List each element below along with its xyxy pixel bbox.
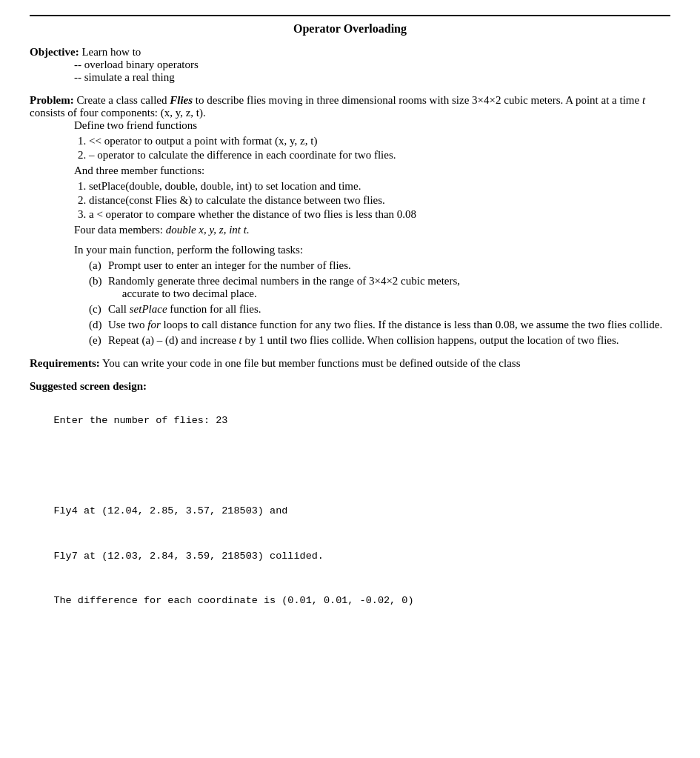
task-d-text: Use two for loops to call distance funct… bbox=[108, 319, 662, 331]
suggested-label-text: Suggested screen design: bbox=[30, 380, 147, 392]
problem-rest1: to describe flies moving in three dimens… bbox=[193, 94, 642, 106]
objective-items: -- overload binary operators -- simulate… bbox=[74, 59, 670, 84]
objective-line: Objective: Learn how to bbox=[30, 46, 670, 59]
member-functions-list: setPlace(double, double, double, int) to… bbox=[89, 180, 670, 221]
problem-classname: Flies bbox=[170, 94, 193, 106]
define-friend-functions: Define two friend functions bbox=[74, 119, 670, 132]
objective-intro: Learn how to bbox=[79, 46, 141, 58]
main-function-section: In your main function, perform the follo… bbox=[74, 244, 670, 347]
requirements-line: Requirements: You can write your code in… bbox=[30, 357, 670, 370]
friend-function-1: << operator to output a point with forma… bbox=[89, 135, 670, 147]
problem-intro: Create a class called bbox=[74, 94, 170, 106]
main-function-intro: In your main function, perform the follo… bbox=[74, 244, 670, 256]
task-e-text: Repeat (a) – (d) and increase t by 1 unt… bbox=[108, 334, 619, 347]
problem-tvar: t bbox=[642, 94, 645, 106]
problem-indent: Define two friend functions << operator … bbox=[74, 119, 670, 236]
problem-label: Problem: bbox=[30, 94, 74, 106]
code-line-4: Fly7 at (12.03, 2.84, 3.59, 218503) coll… bbox=[53, 551, 324, 562]
task-c: (c) Call setPlace function for all flies… bbox=[89, 303, 670, 316]
code-block: Enter the number of flies: 23 Fly4 at (1… bbox=[30, 399, 670, 624]
task-b-label: (b) bbox=[89, 275, 104, 300]
task-e: (e) Repeat (a) – (d) and increase t by 1… bbox=[89, 334, 670, 347]
objective-label: Objective: bbox=[30, 46, 79, 58]
requirements-label: Requirements: bbox=[30, 357, 100, 369]
problem-section: Problem: Create a class called Flies to … bbox=[30, 94, 670, 347]
code-line-3: Fly4 at (12.04, 2.85, 3.57, 218503) and bbox=[53, 505, 287, 516]
task-c-text: Call setPlace function for all flies. bbox=[108, 303, 261, 316]
task-c-italic: setPlace bbox=[130, 303, 167, 315]
objective-item-2: -- simulate a real thing bbox=[74, 71, 670, 84]
requirements-text: You can write your code in one file but … bbox=[100, 357, 521, 369]
suggested-label: Suggested screen design: bbox=[30, 380, 670, 393]
and-three-member: And three member functions: bbox=[74, 164, 670, 177]
task-d-label: (d) bbox=[89, 319, 104, 331]
problem-rest2: consists of four components: (x, y, z, t… bbox=[30, 107, 206, 119]
code-line-1: Enter the number of flies: 23 bbox=[53, 415, 227, 426]
requirements-section: Requirements: You can write your code in… bbox=[30, 357, 670, 370]
task-c-label: (c) bbox=[89, 303, 104, 316]
objective-item-1: -- overload binary operators bbox=[74, 59, 670, 71]
task-b-text: Randomly generate three decimal numbers … bbox=[108, 275, 460, 300]
task-d: (d) Use two for loops to call distance f… bbox=[89, 319, 670, 331]
data-members-line: Four data members: double x, y, z, int t… bbox=[74, 224, 670, 236]
page-title: Operator Overloading bbox=[30, 22, 670, 36]
task-e-label: (e) bbox=[89, 334, 104, 347]
member-function-2: distance(const Flies &) to calculate the… bbox=[89, 194, 670, 207]
task-d-italic: for bbox=[147, 319, 161, 330]
problem-first-line: Problem: Create a class called Flies to … bbox=[30, 94, 670, 119]
data-members-label: Four data members: bbox=[74, 224, 166, 236]
code-line-5: The difference for each coordinate is (0… bbox=[53, 595, 413, 606]
objective-section: Objective: Learn how to -- overload bina… bbox=[30, 46, 670, 84]
code-line-2 bbox=[53, 460, 59, 471]
friend-functions-list: << operator to output a point with forma… bbox=[89, 135, 670, 162]
task-b: (b) Randomly generate three decimal numb… bbox=[89, 275, 670, 300]
task-list: (a) Prompt user to enter an integer for … bbox=[89, 259, 670, 347]
task-a-text: Prompt user to enter an integer for the … bbox=[108, 259, 351, 272]
member-function-3: a < operator to compare whether the dist… bbox=[89, 208, 670, 221]
suggested-section: Suggested screen design: Enter the numbe… bbox=[30, 380, 670, 624]
task-a-label: (a) bbox=[89, 259, 104, 272]
friend-function-2: – operator to calculate the difference i… bbox=[89, 149, 670, 162]
data-members-italic: double x, y, z, int t. bbox=[166, 224, 250, 236]
task-a: (a) Prompt user to enter an integer for … bbox=[89, 259, 670, 272]
member-function-1: setPlace(double, double, double, int) to… bbox=[89, 180, 670, 193]
top-border bbox=[30, 15, 670, 16]
